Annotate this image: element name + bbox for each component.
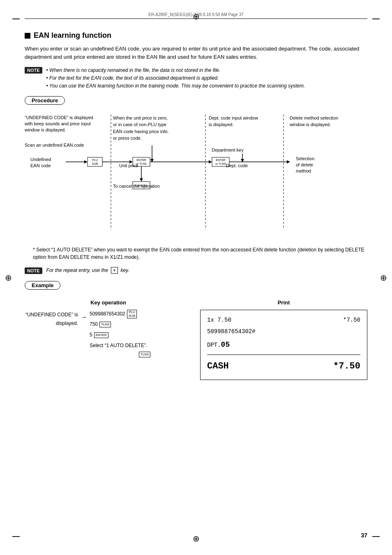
print-header: Print <box>200 299 367 306</box>
section-title: EAN learning function <box>25 31 367 40</box>
black-square-icon <box>25 33 30 39</box>
scan-label: Scan an undefined EAN code <box>25 143 84 147</box>
print-price-1: *7.50 <box>343 314 360 326</box>
example-box: Example <box>25 281 60 290</box>
key-op-arrow: → <box>81 310 87 323</box>
enter-key[interactable]: ENTER <box>94 332 108 338</box>
svg-marker-4 <box>84 160 88 164</box>
dept-key-label: Department key <box>212 147 244 152</box>
step-2: 750 TLNS <box>90 320 150 329</box>
print-column: Print 1x 7.50 *7.50 5099887654302# DPT.0… <box>200 299 367 380</box>
undef-ean-label: UndefinedEAN code <box>30 157 51 169</box>
when-unit-price-label: When the unit price is zero,or in case o… <box>113 115 199 142</box>
page-number: 37 <box>361 532 367 539</box>
step-4: Select “1 AUTO DELETE”. <box>90 341 150 350</box>
print-cash: CASH *7.50 <box>207 357 360 375</box>
print-row-3: DPT.05 <box>207 337 360 352</box>
note-item-2: • For the text for the EAN code, the tex… <box>46 74 305 82</box>
key-operation-column: Key operation “UNDEFINED CODE” is displa… <box>25 299 192 380</box>
crosshair-right: ⊕ <box>380 273 387 283</box>
step-3: 5 ENTER <box>90 331 150 340</box>
delete-method-label: Delete method selectionwindow is display… <box>290 115 364 128</box>
note-label-2: NOTE <box>25 267 42 274</box>
tlns-key-2[interactable]: TLNS <box>139 352 150 357</box>
corner-mark-tr: — <box>372 14 380 23</box>
note-block-1: NOTE • When there is no capacity remaine… <box>25 67 367 90</box>
svg-text:SUB: SUB <box>92 162 98 165</box>
note-block-2: NOTE For the repeat entry, use the + key… <box>25 267 367 274</box>
svg-marker-25 <box>140 178 143 182</box>
page: — — — — ⊕ ⊕ ⊕ ⊕ ER-A280F_N(SEEG)(E)-2 09… <box>0 0 392 555</box>
crosshair-top: ⊕ <box>193 12 200 21</box>
crosshair-bottom: ⊕ <box>193 534 200 543</box>
step-5: TLNS <box>90 352 150 357</box>
print-row-1: 1x 7.50 *7.50 <box>207 314 360 326</box>
key-op-label: “UNDEFINED CODE” is displayed. <box>25 310 78 328</box>
procedure-box: Procedure <box>25 96 65 105</box>
note-content-1: • When there is no capacity remained in … <box>46 67 305 90</box>
print-dpt-num: 05 <box>221 341 230 349</box>
procedure-diagram: PLU SUB ENTER or TLNS ENTER or TLNS <box>25 115 367 238</box>
print-cash-label: CASH <box>207 357 229 375</box>
undefined-code-desc: “UNDEFINED CODE” is displayedwith beep s… <box>25 115 107 134</box>
corner-mark-tl: — <box>12 14 20 23</box>
print-cash-price: *7.50 <box>333 357 360 375</box>
example-section: Example Key operation “UNDEFINED CODE” i… <box>25 281 367 380</box>
tlns-key-1[interactable]: TLNS <box>99 322 111 327</box>
note-label-1: NOTE <box>25 67 42 74</box>
svg-marker-16 <box>209 160 212 164</box>
body-text: When you enter or scan an undefined EAN … <box>25 45 367 61</box>
footnote: * Select “1 AUTO DELETE” when you want t… <box>33 246 367 261</box>
svg-marker-23 <box>287 160 290 164</box>
dept-code-window-label: Dept. code input windowis displayed. <box>209 115 279 128</box>
print-row-2: 5099887654302# <box>207 326 360 337</box>
example-columns: Key operation “UNDEFINED CODE” is displa… <box>25 299 367 380</box>
corner-mark-bl: — <box>12 532 20 541</box>
note-item-1: • When there is no capacity remained in … <box>46 67 305 74</box>
svg-text:or TLNS: or TLNS <box>215 162 226 165</box>
print-box: 1x 7.50 *7.50 5099887654302# DPT.05 CASH… <box>200 310 367 380</box>
print-qty: 1x 7.50 <box>207 314 231 326</box>
key-op-rows: “UNDEFINED CODE” is displayed. → 5099887… <box>25 310 192 357</box>
svg-text:ENTER: ENTER <box>136 159 146 161</box>
svg-text:ENTER: ENTER <box>216 159 226 161</box>
plu-sub-key[interactable]: PLUSUB <box>127 310 137 319</box>
print-cash-row: CASH *7.50 <box>207 355 360 375</box>
crosshair-left: ⊕ <box>5 273 12 283</box>
note-content-2: For the repeat entry, use the + key. <box>46 267 129 274</box>
svg-text:PLU: PLU <box>92 159 98 161</box>
unit-price-flow-label: Unit price <box>119 163 138 168</box>
dept-code-flow-label: Dept. code <box>226 163 248 168</box>
key-operation-header: Key operation <box>25 299 192 306</box>
key-op-steps: 5099887654302 PLUSUB 750 TLNS 5 ENTER <box>90 310 150 357</box>
selection-delete-label: Selectionof deletemethod <box>296 156 314 175</box>
cancel-op-label: To cancel the operation <box>113 184 160 189</box>
step-1: 5099887654302 PLUSUB <box>90 310 150 319</box>
corner-mark-br: — <box>372 532 380 541</box>
note-item-3: • You can use the EAN learning function … <box>46 82 305 90</box>
